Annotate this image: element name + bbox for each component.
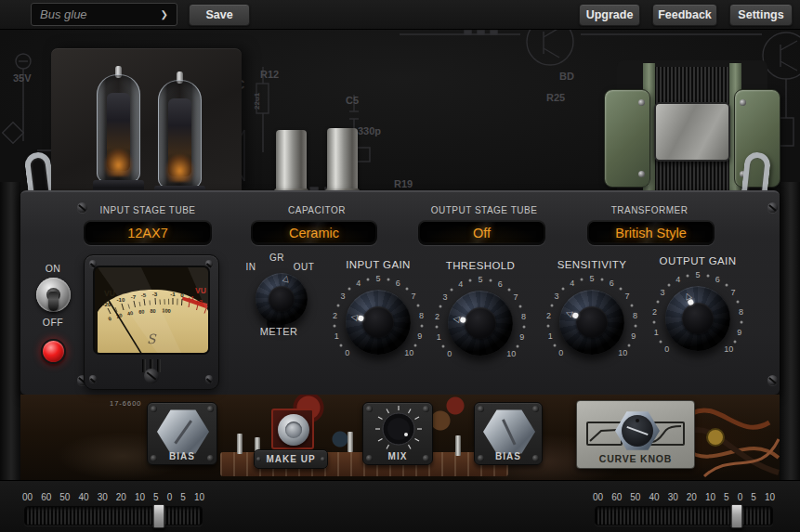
rack-rail-left <box>0 182 20 480</box>
preset-selector[interactable]: Bus glue ❯ <box>31 3 177 26</box>
slider-tick-label: 30 <box>668 492 678 502</box>
chassis-interior: 17-6600 BIAS MAKE UP <box>20 395 780 480</box>
power-toggle[interactable] <box>36 278 71 312</box>
tube-amp-box <box>51 48 242 192</box>
input-stage-tube-label: INPUT STAGE TUBE <box>59 205 236 215</box>
power-off-label: OFF <box>43 317 64 328</box>
meter-switch-label: METER <box>260 326 298 337</box>
component-print: 17-6600 <box>110 399 142 408</box>
vu-unit-left: VU <box>104 289 115 298</box>
bottom-bar: 0060504030201050510 0060504030201050510 <box>0 480 800 532</box>
vacuum-tube-left <box>97 74 140 192</box>
slider-tick-label: 5 <box>180 492 186 502</box>
slider-tick-label: 10 <box>765 492 775 502</box>
panel-screw <box>767 202 778 213</box>
upgrade-button[interactable]: Upgrade <box>579 4 640 26</box>
schematic-label: R12 <box>260 69 279 80</box>
standoff-pin <box>455 435 461 456</box>
slider-tick-label: 0 <box>167 492 173 502</box>
slider-tick-label: 60 <box>41 492 51 502</box>
settings-button[interactable]: Settings <box>729 4 793 26</box>
vu-meter: -20 -10 -7 -5 -3 -1 0 +1 +2 +3 0 20 40 6… <box>93 266 210 355</box>
slider-tick-label: 5 <box>724 492 729 502</box>
makeup-knob[interactable] <box>278 414 309 446</box>
vu-tick: -1 <box>170 291 176 297</box>
power-on-label: ON <box>46 263 61 274</box>
toolbar: Bus glue ❯ Save Upgrade Feedback Setting… <box>0 0 800 30</box>
vu-tick: 0 <box>180 292 184 298</box>
slider-tick-label: 20 <box>687 492 697 502</box>
vacuum-tube-right <box>158 80 202 192</box>
slider-tick-label: 30 <box>98 492 108 502</box>
schematic-label: 330p <box>358 125 381 136</box>
slider-tick-label: 20 <box>116 492 126 502</box>
slider-tick-label: 10 <box>194 492 204 502</box>
makeup-label-plate: MAKE UP <box>254 449 328 469</box>
standoff-pin <box>237 434 243 454</box>
bias-left-label: BIAS <box>148 451 216 461</box>
slider-tick-label: 0 <box>738 492 743 502</box>
transformer-display[interactable]: British Style <box>587 220 715 245</box>
output-stage-tube-display[interactable]: Off <box>418 220 545 245</box>
capacitor-value: Ceramic <box>289 226 339 240</box>
bias-right-knob[interactable] <box>483 409 535 455</box>
schematic-label: 22u1 <box>253 92 261 110</box>
capacitor-display[interactable]: Ceramic <box>251 220 377 245</box>
left-slider-handle[interactable] <box>153 504 165 528</box>
vu-adjust-screw[interactable] <box>144 369 159 383</box>
bias-left-module: BIAS <box>147 402 217 465</box>
vu-slot <box>157 359 161 372</box>
slider-tick-label: 50 <box>59 492 70 502</box>
slider-tick-label: 5 <box>153 492 159 502</box>
input-stage-tube-value: 12AX7 <box>127 226 168 240</box>
schematic-label: 35V <box>13 72 32 84</box>
rack-rail-right <box>780 182 800 480</box>
makeup-label: MAKE UP <box>255 454 327 464</box>
right-rack-handle <box>741 151 772 192</box>
schematic-label: BD <box>559 71 574 82</box>
makeup-module <box>271 409 314 449</box>
schematic-label: R19 <box>394 178 413 189</box>
schematic-label: R25 <box>546 92 565 103</box>
bias-left-knob[interactable] <box>157 409 209 455</box>
slider-tick-label: 5 <box>751 492 756 502</box>
preset-next-arrow-icon[interactable]: ❯ <box>161 9 168 19</box>
mix-knob[interactable] <box>374 404 424 454</box>
preset-name: Bus glue <box>40 7 161 21</box>
slider-tick-label: 10 <box>705 492 715 502</box>
capacitor-can-right <box>327 128 358 192</box>
slider-tick-label: 00 <box>593 492 603 502</box>
slider-tick-label: 10 <box>135 492 145 502</box>
bias-right-module: BIAS <box>474 402 543 465</box>
wire-tangle <box>688 395 780 480</box>
output-stage-tube-label: OUTPUT STAGE TUBE <box>396 205 572 215</box>
slider-tick-label: 60 <box>611 492 622 502</box>
output-stage-tube-value: Off <box>473 226 491 240</box>
save-button[interactable]: Save <box>189 4 250 26</box>
curve-module: CURVE KNOB <box>576 400 695 469</box>
plugin-window: 35V C1 2x 550C R12 22u1 C5 330p 00 R19 B… <box>0 0 800 532</box>
bias-right-label: BIAS <box>475 451 542 461</box>
schematic-label: C5 <box>346 95 359 106</box>
curve-knob-label: CURVE KNOB <box>577 453 694 464</box>
mix-module: MIX <box>362 402 433 465</box>
feedback-button[interactable]: Feedback <box>652 4 717 26</box>
right-slider-handle[interactable] <box>731 504 743 528</box>
left-slider[interactable] <box>24 506 203 526</box>
vu-tick-red: +1 <box>188 295 195 301</box>
standoff-pin <box>348 432 353 452</box>
vu-screw <box>205 375 213 383</box>
left-slider-scale: 0060504030201050510 <box>22 492 204 502</box>
vu-screw <box>89 375 97 383</box>
tube-amp-scene: 35V C1 2x 550C R12 22u1 C5 330p 00 R19 B… <box>0 30 800 192</box>
panel-screw <box>767 375 778 385</box>
vu-bottom-tick: 100 <box>162 307 171 313</box>
capacitor-label: CAPACITOR <box>229 205 405 215</box>
right-slider[interactable] <box>595 506 773 526</box>
mix-label: MIX <box>363 451 432 461</box>
transformer-label: TRANSFORMER <box>561 205 738 215</box>
slider-tick-label: 00 <box>22 492 33 502</box>
input-stage-tube-display[interactable]: 12AX7 <box>84 220 212 245</box>
output-gain-knob[interactable]: OUTPUT GAIN 012345678910 △ <box>628 242 767 382</box>
power-led <box>41 339 66 364</box>
